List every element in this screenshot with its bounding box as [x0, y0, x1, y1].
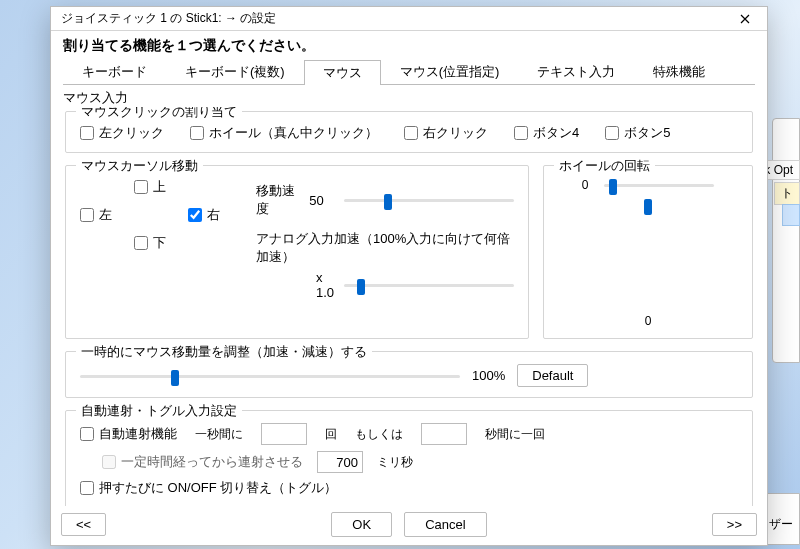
default-button[interactable]: Default — [517, 364, 588, 387]
cb-button5[interactable]: ボタン5 — [605, 124, 670, 142]
group-autofire-title: 自動連射・トグル入力設定 — [76, 402, 242, 420]
cb-autofire-enable-label: 自動連射機能 — [99, 425, 177, 443]
accel-value: x 1.0 — [316, 270, 334, 300]
cb-wheel-click[interactable]: ホイール（真ん中クリック） — [190, 124, 378, 142]
group-cursor-move-title: マウスカーソル移動 — [76, 157, 203, 175]
cb-right-click[interactable]: 右クリック — [404, 124, 488, 142]
cb-toggle[interactable]: 押すたびに ON/OFF 切り替え（トグル） — [80, 479, 337, 497]
tab-mouse-position[interactable]: マウス(位置指定) — [381, 59, 519, 84]
group-cursor-move: マウスカーソル移動 上 左 右 下 — [65, 165, 529, 339]
tab-mouse[interactable]: マウス — [304, 60, 381, 85]
wheel-axis2-value: 0 — [645, 314, 652, 328]
group-temp-adjust-title: 一時的にマウス移動量を調整（加速・減速）する — [76, 343, 372, 361]
titlebar: ジョイスティック 1 の Stick1: → の設定 — [51, 7, 767, 31]
cb-up[interactable]: 上 — [134, 178, 166, 196]
window-title: ジョイスティック 1 の Stick1: → の設定 — [61, 10, 727, 27]
interval-input[interactable] — [421, 423, 467, 445]
group-temp-adjust: 一時的にマウス移動量を調整（加速・減速）する 100% Default — [65, 351, 753, 398]
cb-autofire-enable[interactable]: 自動連射機能 — [80, 425, 177, 443]
close-icon — [740, 14, 750, 24]
cb-button4[interactable]: ボタン4 — [514, 124, 579, 142]
cursor-direction-grid: 上 左 右 下 — [80, 178, 236, 252]
cb-right-click-label: 右クリック — [423, 124, 488, 142]
accel-slider[interactable] — [344, 278, 514, 292]
delay-input[interactable] — [317, 451, 363, 473]
per-sec-prefix: 一秒間に — [195, 426, 243, 443]
cb-up-label: 上 — [153, 178, 166, 196]
group-wheel-title: ホイールの回転 — [554, 157, 655, 175]
cb-left-label: 左 — [99, 206, 112, 224]
cb-right[interactable]: 右 — [188, 206, 220, 224]
cb-left[interactable]: 左 — [80, 206, 112, 224]
tab-keyboard-multi[interactable]: キーボード(複数) — [166, 59, 304, 84]
cb-toggle-label: 押すたびに ON/OFF 切り替え（トグル） — [99, 479, 337, 497]
group-mouse-click: マウスクリックの割り当て 左クリック ホイール（真ん中クリック） 右クリック ボ… — [65, 111, 753, 153]
tab-bar: キーボード キーボード(複数) マウス マウス(位置指定) テキスト入力 特殊機… — [51, 59, 767, 84]
cb-down-label: 下 — [153, 234, 166, 252]
next-button[interactable]: >> — [712, 513, 757, 536]
ok-button[interactable]: OK — [331, 512, 392, 537]
or-label: もしくは — [355, 426, 403, 443]
cb-delay-enable-label: 一定時間経ってから連射させる — [121, 453, 303, 471]
adjust-percent: 100% — [472, 368, 505, 383]
speed-label: 移動速度 — [256, 182, 299, 218]
cb-wheel-click-label: ホイール（真ん中クリック） — [209, 124, 378, 142]
section-label: マウス入力 — [51, 85, 767, 107]
group-autofire: 自動連射・トグル入力設定 自動連射機能 一秒間に 回 もしくは 秒間に一回 一定… — [65, 410, 753, 506]
wheel-axis1-value: 0 — [582, 178, 589, 192]
tab-special[interactable]: 特殊機能 — [634, 59, 724, 84]
cb-down[interactable]: 下 — [134, 234, 166, 252]
tab-keyboard[interactable]: キーボード — [63, 59, 166, 84]
interval-suffix: 秒間に一回 — [485, 426, 545, 443]
accel-label: アナログ入力加速（100%入力に向けて何倍加速） — [256, 230, 514, 266]
settings-dialog: ジョイスティック 1 の Stick1: → の設定 割り当てる機能を１つ選んで… — [50, 6, 768, 546]
wheel-axis1-slider[interactable] — [604, 178, 714, 192]
delay-unit: ミリ秒 — [377, 454, 413, 471]
cb-button4-label: ボタン4 — [533, 124, 579, 142]
group-wheel-rotation: ホイールの回転 0 0 — [543, 165, 753, 339]
per-sec-input[interactable] — [261, 423, 307, 445]
tab-text-input[interactable]: テキスト入力 — [518, 59, 634, 84]
group-mouse-click-title: マウスクリックの割り当て — [76, 107, 242, 121]
cb-button5-label: ボタン5 — [624, 124, 670, 142]
prev-button[interactable]: << — [61, 513, 106, 536]
speed-slider[interactable] — [344, 193, 514, 207]
cancel-button[interactable]: Cancel — [404, 512, 486, 537]
per-sec-suffix: 回 — [325, 426, 337, 443]
cb-delay-enable[interactable]: 一定時間経ってから連射させる — [102, 453, 303, 471]
speed-value: 50 — [309, 193, 334, 208]
background-tab-2: ト — [774, 182, 800, 205]
cb-left-click-label: 左クリック — [99, 124, 164, 142]
dialog-footer: << OK Cancel >> — [51, 506, 767, 545]
close-button[interactable] — [727, 8, 763, 30]
dialog-heading: 割り当てる機能を１つ選んでください。 — [51, 31, 767, 59]
cb-right-label: 右 — [207, 206, 220, 224]
cb-left-click[interactable]: 左クリック — [80, 124, 164, 142]
adjust-slider[interactable] — [80, 369, 460, 383]
